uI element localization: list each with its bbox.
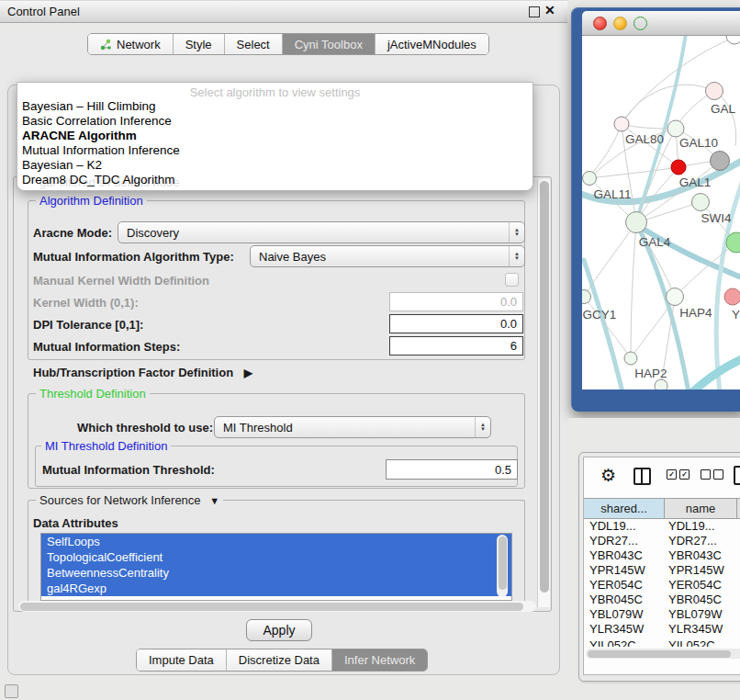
node-gray[interactable] bbox=[711, 152, 730, 171]
settings-vertical-scrollbar[interactable] bbox=[537, 179, 550, 607]
hub-definition-label: Hub/Transcription Factor Definition bbox=[33, 366, 233, 379]
mi-steps-label: Mutual Information Steps: bbox=[33, 340, 180, 354]
table-window: ⚙ ✓✓ shared... name YDL19...YDL19...13 Y… bbox=[578, 452, 740, 682]
tab-jactivemnodules[interactable]: jActiveMNodules bbox=[375, 34, 488, 54]
collapse-down-icon[interactable]: ▼ bbox=[209, 495, 219, 506]
mi-type-combo[interactable]: Naive Bayes ▲▼ bbox=[250, 245, 525, 267]
mi-threshold-field[interactable]: 0.5 bbox=[386, 459, 518, 480]
tab-impute-data[interactable]: Impute Data bbox=[137, 649, 226, 671]
node-gal-partial[interactable] bbox=[706, 83, 723, 100]
collapse-right-icon[interactable]: ▶ bbox=[244, 367, 252, 379]
dropdown-placeholder: Select algorithm to view settings bbox=[17, 85, 533, 99]
combo-stepper-icon: ▲▼ bbox=[509, 246, 524, 266]
data-attributes-list[interactable]: SelfLoops TopologicalCoefficient Between… bbox=[40, 533, 512, 601]
dpi-tolerance-label: DPI Tolerance [0,1]: bbox=[33, 318, 143, 332]
node-label: HAP4 bbox=[679, 306, 712, 320]
export-table-icon[interactable] bbox=[734, 466, 740, 485]
control-panel-body: Network Style Select Cyni Toolbox jActiv… bbox=[0, 29, 567, 675]
network-window-titlebar[interactable] bbox=[582, 11, 740, 36]
mi-threshold-group-title: MI Threshold Definition bbox=[41, 439, 171, 453]
manual-kernel-checkbox[interactable] bbox=[505, 273, 519, 287]
algorithm-option[interactable]: Basic Correlation Inference bbox=[22, 114, 172, 128]
list-scrollbar-thumb[interactable] bbox=[499, 536, 507, 590]
aracne-mode-value: Discovery bbox=[118, 226, 509, 240]
algorithm-option[interactable]: Mutual Information Inference bbox=[22, 143, 180, 157]
node-swi4[interactable] bbox=[692, 194, 710, 211]
network-icon bbox=[100, 39, 112, 51]
list-item-selected[interactable]: BetweennessCentrality bbox=[41, 565, 511, 581]
node-partial-top[interactable] bbox=[726, 36, 740, 44]
close-traffic-light[interactable] bbox=[593, 17, 607, 30]
mi-type-label: Mutual Information Algorithm Type: bbox=[33, 250, 234, 264]
algorithm-option[interactable]: Dream8 DC_TDC Algorithm bbox=[22, 173, 175, 186]
which-threshold-combo[interactable]: MI Threshold ▲▼ bbox=[214, 416, 491, 438]
table-horizontal-scrollbar[interactable] bbox=[586, 649, 740, 659]
tab-style-label: Style bbox=[185, 38, 212, 51]
tab-infer-network[interactable]: Infer Network bbox=[331, 649, 427, 671]
tab-select[interactable]: Select bbox=[224, 34, 282, 54]
settings-horizontal-scrollbar[interactable] bbox=[18, 601, 536, 612]
node-salmon[interactable] bbox=[724, 288, 740, 305]
node-hap4[interactable] bbox=[667, 288, 684, 306]
list-item-selected[interactable]: TopologicalCoefficient bbox=[41, 549, 511, 565]
select-all-checkboxes-icon[interactable]: ✓✓ bbox=[667, 469, 690, 480]
node-gcy1[interactable] bbox=[582, 290, 591, 304]
node-gal1-highlighted[interactable] bbox=[671, 160, 686, 175]
tab-style[interactable]: Style bbox=[173, 34, 224, 54]
zoom-traffic-light[interactable] bbox=[633, 17, 647, 30]
tab-cyni-toolbox[interactable]: Cyni Toolbox bbox=[282, 34, 375, 54]
settings-scrollbar-thumb[interactable] bbox=[540, 181, 549, 593]
list-vertical-scrollbar[interactable] bbox=[497, 535, 508, 597]
node-label: HAP2 bbox=[634, 367, 667, 380]
kernel-width-label: Kernel Width (0,1): bbox=[33, 296, 139, 310]
node-gal10[interactable] bbox=[667, 120, 684, 137]
deselect-all-checkboxes-icon[interactable] bbox=[701, 469, 723, 480]
sources-group-title: Sources for Network Inference ▼ bbox=[36, 493, 223, 507]
node-label: GAL11 bbox=[593, 187, 631, 201]
algorithm-option-selected[interactable]: ARACNE Algorithm bbox=[22, 129, 137, 142]
network-graph: GAL GAL80 GAL10 GAL1 GAL11 SWI4 GAL4 GCY… bbox=[582, 36, 740, 390]
algorithm-option[interactable]: Bayesian – K2 bbox=[22, 158, 102, 172]
control-panel-titlebar: Control Panel ✕ bbox=[0, 0, 567, 23]
tab-infer-network-label: Infer Network bbox=[344, 653, 415, 667]
close-icon[interactable]: ✕ bbox=[544, 3, 555, 17]
column-header-shared[interactable]: shared... bbox=[584, 498, 665, 519]
dpi-tolerance-field[interactable]: 0.0 bbox=[389, 314, 523, 333]
apply-button[interactable]: Apply bbox=[246, 619, 312, 641]
list-item-selected[interactable]: gal4RGexp bbox=[41, 581, 511, 596]
node-label: GCY1 bbox=[583, 308, 617, 322]
node-hap2[interactable] bbox=[624, 352, 637, 365]
node-label: GAL80 bbox=[625, 132, 664, 146]
aracne-mode-combo[interactable]: Discovery ▲▼ bbox=[118, 221, 525, 243]
algorithm-dropdown-popup: Select algorithm to view settings gal-fi… bbox=[17, 82, 533, 191]
tab-discretize-data[interactable]: Discretize Data bbox=[226, 649, 331, 671]
threshold-definition-title: Threshold Definition bbox=[36, 387, 150, 401]
sources-title-text: Sources for Network Inference bbox=[39, 493, 201, 507]
node-label: GAL4 bbox=[639, 235, 671, 249]
algorithm-option[interactable]: Bayesian – Hill Climbing bbox=[22, 99, 156, 113]
node-gal4[interactable] bbox=[626, 212, 647, 233]
h-scrollbar-thumb[interactable] bbox=[20, 603, 523, 611]
column-selector-icon[interactable] bbox=[633, 468, 651, 485]
table-h-scrollbar-thumb[interactable] bbox=[588, 650, 731, 658]
screen: Control Panel ✕ Network Style Select Cyn… bbox=[0, 0, 740, 700]
list-item-selected[interactable]: SelfLoops bbox=[41, 534, 511, 549]
tab-network[interactable]: Network bbox=[88, 34, 173, 54]
combo-stepper-icon: ▲▼ bbox=[475, 417, 490, 437]
mi-steps-field[interactable]: 6 bbox=[389, 336, 523, 356]
node-gal11[interactable] bbox=[583, 172, 597, 186]
manual-kernel-label: Manual Kernel Width Definition bbox=[33, 274, 209, 288]
mi-type-value: Naive Bayes bbox=[251, 250, 509, 264]
minimize-traffic-light[interactable] bbox=[613, 17, 627, 30]
mini-panel-handle[interactable] bbox=[5, 684, 18, 698]
column-header-name[interactable]: name bbox=[665, 498, 737, 519]
node-gal80[interactable] bbox=[614, 117, 629, 131]
tab-discretize-data-label: Discretize Data bbox=[239, 653, 320, 667]
gear-icon[interactable]: ⚙ bbox=[600, 465, 616, 486]
kernel-width-field[interactable]: 0.0 bbox=[389, 292, 523, 311]
float-window-icon[interactable] bbox=[529, 6, 540, 17]
hub-definition-toggle[interactable]: Hub/Transcription Factor Definition ▶ bbox=[33, 366, 252, 379]
tab-select-label: Select bbox=[237, 38, 270, 51]
network-canvas[interactable]: GAL GAL80 GAL10 GAL1 GAL11 SWI4 GAL4 GCY… bbox=[582, 36, 740, 390]
node-partial-bottom[interactable] bbox=[655, 379, 667, 390]
